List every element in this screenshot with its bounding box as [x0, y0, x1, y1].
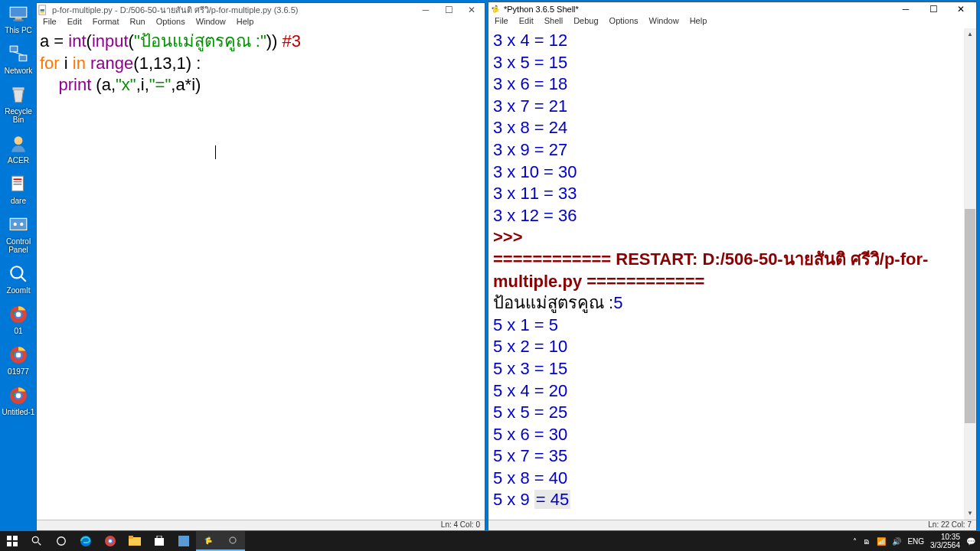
desktop-user-icon[interactable]: ACER: [2, 133, 35, 165]
close-button[interactable]: ✕: [460, 3, 483, 17]
svg-point-22: [16, 353, 21, 358]
maximize-button[interactable]: ☐: [920, 2, 947, 16]
desktop-bin-icon[interactable]: Recycle Bin: [2, 84, 35, 124]
svg-rect-41: [129, 536, 133, 539]
app-icon[interactable]: [172, 531, 196, 551]
svg-rect-28: [41, 11, 44, 14]
desktop-chrome-icon[interactable]: 01977: [2, 344, 35, 376]
output-line: 5 x 7 = 35: [493, 445, 962, 468]
menu-edit[interactable]: Edit: [64, 17, 85, 28]
output-line: 3 x 6 = 18: [493, 73, 962, 96]
menu-window[interactable]: Window: [193, 17, 229, 28]
desktop-chrome-icon[interactable]: 01: [2, 304, 35, 335]
menu-window[interactable]: Window: [646, 16, 682, 28]
menu-run[interactable]: Run: [127, 17, 149, 28]
desktop-file-icon[interactable]: dare: [2, 174, 35, 205]
menu-format[interactable]: Format: [90, 17, 122, 28]
svg-rect-10: [14, 181, 22, 183]
language-indicator[interactable]: ENG: [907, 537, 924, 546]
svg-point-19: [16, 312, 21, 318]
shell-title: *Python 3.6.5 Shell*: [504, 5, 892, 14]
svg-point-15: [11, 266, 22, 278]
shell-statusbar: Ln: 22 Col: 7: [488, 520, 976, 530]
svg-point-7: [15, 136, 23, 145]
editor-statusbar: Ln: 4 Col: 0: [37, 520, 485, 530]
desktop-chrome-icon[interactable]: Untitled-1: [2, 385, 35, 416]
notification-icon[interactable]: 💬: [966, 537, 975, 546]
output-line: 3 x 4 = 12: [493, 30, 962, 52]
scroll-thumb[interactable]: [965, 209, 975, 423]
minimize-button[interactable]: ─: [892, 2, 920, 16]
python-icon: [490, 4, 501, 15]
menu-file[interactable]: File: [40, 17, 60, 28]
svg-point-14: [20, 223, 23, 226]
python-file-icon: [38, 5, 49, 15]
scroll-up-button[interactable]: ▲: [964, 28, 976, 41]
svg-point-39: [109, 540, 112, 543]
svg-rect-11: [14, 184, 22, 185]
editor-titlebar[interactable]: p-for-multiple.py - D:/506-50-นายสันติ ศ…: [37, 3, 485, 17]
clock[interactable]: 10:35 3/3/2564: [930, 533, 960, 549]
menu-edit[interactable]: Edit: [516, 16, 537, 28]
svg-rect-32: [13, 542, 18, 546]
output-line: 5 x 1 = 5: [493, 315, 962, 337]
svg-rect-12: [10, 218, 27, 230]
menu-options[interactable]: Options: [606, 16, 642, 28]
shell-titlebar[interactable]: *Python 3.6.5 Shell* ─ ☐ ✕: [488, 2, 976, 16]
shell-window: *Python 3.6.5 Shell* ─ ☐ ✕ FileEditShell…: [488, 2, 977, 531]
output-line: 5 x 6 = 30: [493, 424, 962, 446]
output-line: 5 x 5 = 25: [493, 402, 962, 424]
svg-line-16: [21, 276, 26, 282]
svg-line-5: [14, 52, 24, 55]
output-line: 3 x 7 = 21: [493, 96, 962, 118]
maximize-button[interactable]: ☐: [437, 3, 460, 17]
desktop-cp-icon[interactable]: Control Panel: [2, 214, 35, 254]
volume-icon[interactable]: 🔊: [892, 537, 901, 546]
wifi-icon[interactable]: 📶: [877, 537, 886, 546]
shell-prompt: >>>: [493, 227, 523, 246]
output-line: 5 x 8 = 40: [493, 468, 962, 490]
svg-rect-29: [7, 536, 11, 540]
menu-shell[interactable]: Shell: [541, 16, 566, 28]
store-icon[interactable]: [147, 531, 172, 551]
edge-icon[interactable]: [74, 531, 98, 551]
menu-debug[interactable]: Debug: [570, 16, 601, 28]
minimize-button[interactable]: ─: [414, 3, 437, 17]
svg-rect-1: [15, 18, 22, 19]
obs-icon[interactable]: [220, 531, 245, 551]
output-line: 5 x 4 = 20: [493, 380, 962, 403]
shell-scrollbar[interactable]: ▲ ▼: [964, 28, 976, 520]
editor-window: p-for-multiple.py - D:/506-50-นายสันติ ศ…: [36, 2, 485, 531]
shell-content[interactable]: 3 x 4 = 123 x 5 = 153 x 6 = 183 x 7 = 21…: [488, 28, 976, 520]
menu-help[interactable]: Help: [234, 17, 257, 28]
output-line: 3 x 9 = 27: [493, 139, 962, 161]
menu-help[interactable]: Help: [687, 16, 710, 28]
cortana-button[interactable]: [49, 531, 74, 551]
desktop-pc-icon[interactable]: This PC: [2, 3, 35, 34]
battery-icon[interactable]: 🗈: [863, 537, 871, 546]
svg-rect-30: [13, 536, 18, 540]
close-button[interactable]: ✕: [947, 2, 975, 16]
idle-taskbar-icon[interactable]: [196, 531, 220, 551]
search-button[interactable]: [24, 531, 49, 551]
explorer-icon[interactable]: [122, 531, 147, 551]
svg-point-33: [32, 536, 38, 543]
desktop-zoom-icon[interactable]: ZoomIt: [2, 263, 35, 295]
chrome-taskbar-icon[interactable]: [98, 531, 122, 551]
svg-line-34: [38, 543, 41, 546]
svg-rect-2: [14, 20, 24, 21]
start-button[interactable]: [0, 531, 24, 551]
svg-rect-4: [19, 55, 27, 61]
desktop-net-icon[interactable]: Network: [2, 44, 35, 75]
output-line: 3 x 10 = 30: [493, 161, 962, 184]
tray-chevron-icon[interactable]: ˄: [853, 537, 857, 546]
taskbar: ˄ 🗈 📶 🔊 ENG 10:35 3/3/2564 💬: [0, 531, 980, 551]
scroll-down-button[interactable]: ▼: [964, 507, 976, 520]
restart-line: ============ RESTART: D:/506-50-นายสันติ…: [493, 249, 962, 292]
svg-rect-3: [10, 46, 18, 52]
menu-options[interactable]: Options: [153, 17, 188, 28]
svg-rect-9: [14, 178, 22, 180]
output-line: 3 x 12 = 36: [493, 205, 962, 227]
menu-file[interactable]: File: [492, 16, 511, 28]
editor-content[interactable]: a = int(input("ป้อนแม่สูตรคูณ :")) #3 fo…: [37, 29, 485, 520]
